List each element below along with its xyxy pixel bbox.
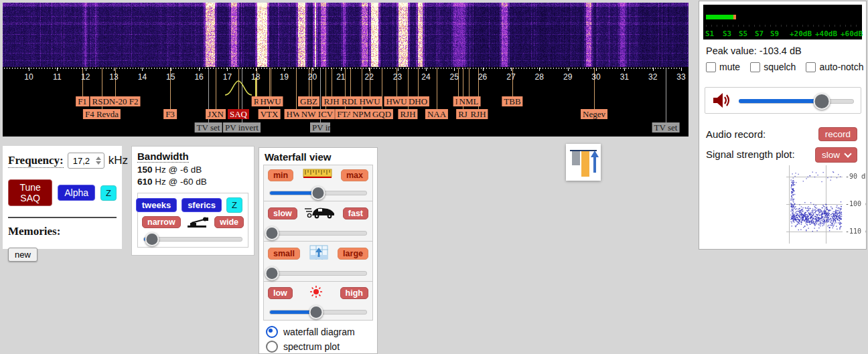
fast-button[interactable]: fast bbox=[343, 207, 368, 219]
plot-speed-select[interactable]: slow bbox=[815, 147, 857, 163]
axis-major-tick bbox=[341, 68, 342, 71]
wide-button[interactable]: wide bbox=[214, 216, 244, 228]
station-label-negev[interactable]: Negev bbox=[581, 109, 607, 119]
station-label-rj[interactable]: RJ bbox=[456, 109, 469, 119]
tweeks-button[interactable]: tweeks bbox=[136, 198, 177, 212]
alpha-button[interactable]: Alpha bbox=[58, 185, 95, 201]
small-button[interactable]: small bbox=[268, 248, 300, 260]
audio-record-label: Audio record: bbox=[706, 128, 766, 140]
new-memory-button[interactable]: new bbox=[8, 248, 38, 262]
low-button[interactable]: low bbox=[268, 287, 293, 299]
axis-major-tick bbox=[539, 68, 540, 71]
sferics-button[interactable]: sferics bbox=[182, 198, 222, 212]
station-label-jxn[interactable]: JXN bbox=[206, 109, 226, 119]
radio-button[interactable] bbox=[266, 326, 278, 338]
station-label-vtx[interactable]: VTX bbox=[259, 109, 281, 119]
station-label-tv-set[interactable]: TV set bbox=[652, 122, 680, 132]
z-bandwidth-button[interactable]: Z bbox=[226, 197, 242, 213]
axis-major-tick bbox=[171, 68, 171, 71]
wfv-slider-0[interactable] bbox=[268, 186, 368, 198]
station-line bbox=[469, 68, 469, 96]
volume-slider[interactable] bbox=[739, 93, 854, 108]
speaker-icon bbox=[712, 92, 731, 109]
axis-major-tick bbox=[57, 68, 58, 71]
bandwidth-slider[interactable] bbox=[142, 232, 244, 244]
station-label-gbz[interactable]: GBZ bbox=[298, 96, 319, 106]
wfv-slider-1[interactable] bbox=[268, 226, 368, 238]
mute-checkbox[interactable] bbox=[706, 62, 716, 72]
high-button[interactable]: high bbox=[340, 287, 368, 299]
frequency-label: Frequency: bbox=[8, 154, 64, 168]
station-label-tv-set[interactable]: TV set bbox=[195, 122, 222, 132]
wfv-slider-3[interactable] bbox=[268, 305, 368, 317]
frequency-stepper[interactable] bbox=[94, 157, 102, 165]
wfv-slider-3-thumb[interactable] bbox=[309, 305, 323, 319]
large-button[interactable]: large bbox=[338, 248, 368, 260]
axis-major-tick bbox=[426, 68, 427, 71]
axis-major-tick bbox=[29, 68, 29, 71]
record-button[interactable]: record bbox=[818, 127, 857, 141]
station-label-rjh[interactable]: RJH bbox=[398, 109, 417, 119]
wfv-slider-2-thumb[interactable] bbox=[265, 266, 279, 280]
station-label-gqd[interactable]: GQD bbox=[370, 109, 393, 119]
waterfall-shift-button[interactable] bbox=[566, 144, 601, 181]
station-label-pv-inv[interactable]: PV inv bbox=[310, 122, 330, 132]
bandwidth-slider-thumb[interactable] bbox=[145, 232, 159, 246]
station-label-tbb[interactable]: TBB bbox=[502, 96, 522, 106]
squelch-checkbox[interactable] bbox=[750, 62, 760, 72]
waterfall-panel: 1011121314151617181920212223242526272829… bbox=[3, 3, 689, 137]
checkbox-row-auto-notch[interactable]: auto-notch bbox=[806, 62, 863, 72]
wfv-slider-2-track[interactable] bbox=[269, 271, 367, 276]
station-label-naa[interactable]: NAA bbox=[425, 109, 448, 119]
morse-key-icon bbox=[186, 216, 210, 228]
wfv-slider-1-thumb[interactable] bbox=[265, 226, 279, 240]
volume-slider-thumb[interactable] bbox=[813, 93, 830, 110]
audio-option-checkboxes: mutesquelchauto-notch bbox=[706, 62, 864, 72]
station-label-nml[interactable]: NML bbox=[457, 96, 481, 106]
axis-major-tick bbox=[114, 68, 115, 71]
auto-notch-checkbox[interactable] bbox=[806, 62, 816, 72]
axis-tick-label: 23 bbox=[393, 72, 402, 82]
wfv-group-small-large: smalllarge bbox=[263, 241, 373, 282]
station-label-rjh[interactable]: RJH bbox=[468, 109, 488, 119]
station-line bbox=[296, 68, 297, 109]
station-line bbox=[418, 68, 419, 96]
min-button[interactable]: min bbox=[268, 169, 293, 181]
station-label-saq[interactable]: SAQ bbox=[228, 109, 249, 119]
radio-option-waterfall-diagram[interactable]: waterfall diagram bbox=[266, 326, 373, 338]
waterfall-spectrogram[interactable] bbox=[3, 3, 689, 67]
station-label-f1[interactable]: F1 bbox=[76, 96, 89, 106]
tune-saq-button[interactable]: Tune SAQ bbox=[8, 179, 52, 206]
max-button[interactable]: max bbox=[341, 169, 368, 181]
station-label-rjh[interactable]: RJH bbox=[321, 96, 341, 106]
axis-tick-label: 27 bbox=[506, 72, 515, 82]
wfv-slider-0-thumb[interactable] bbox=[311, 186, 326, 200]
wfv-group-min-max: minmax bbox=[263, 165, 373, 201]
checkbox-row-squelch[interactable]: squelch bbox=[750, 62, 796, 72]
axis-tick-label: 11 bbox=[53, 72, 61, 82]
station-label-hwu[interactable]: HWU bbox=[357, 96, 382, 106]
station-label-f4-revda[interactable]: F4 Revda bbox=[83, 109, 121, 119]
frequency-input[interactable] bbox=[72, 155, 94, 167]
station-label-hwu[interactable]: HWU bbox=[384, 96, 409, 106]
radio-button[interactable] bbox=[266, 341, 278, 353]
divider bbox=[8, 217, 117, 218]
station-label-rsdn-20-f2[interactable]: RSDN-20 F2 bbox=[90, 96, 141, 106]
frequency-panel: Frequency: kHz Tune SAQ Alpha Z Memories… bbox=[3, 146, 122, 249]
station-label-f3[interactable]: F3 bbox=[163, 109, 177, 119]
signal-strength-plot bbox=[699, 162, 866, 249]
slow-button[interactable]: slow bbox=[268, 207, 297, 219]
station-label-pv-invert[interactable]: PV invert bbox=[223, 122, 261, 132]
wfv-slider-2[interactable] bbox=[268, 266, 368, 278]
axis-major-tick bbox=[596, 68, 597, 71]
receiver-panel: S1S3S5S7S9+20dB+40dB+60dB Peak value: -1… bbox=[699, 1, 867, 250]
narrow-button[interactable]: narrow bbox=[142, 216, 181, 228]
wfv-slider-1-track[interactable] bbox=[269, 231, 367, 236]
z-button[interactable]: Z bbox=[100, 185, 117, 201]
axis-major-tick bbox=[454, 68, 455, 71]
station-label-icv[interactable]: ICV bbox=[316, 109, 335, 119]
station-label-hwu[interactable]: HWU bbox=[258, 96, 283, 106]
checkbox-row-mute[interactable]: mute bbox=[706, 62, 740, 72]
radio-option-spectrum-plot[interactable]: spectrum plot bbox=[266, 341, 373, 353]
station-label-dho[interactable]: DHO bbox=[407, 96, 429, 106]
